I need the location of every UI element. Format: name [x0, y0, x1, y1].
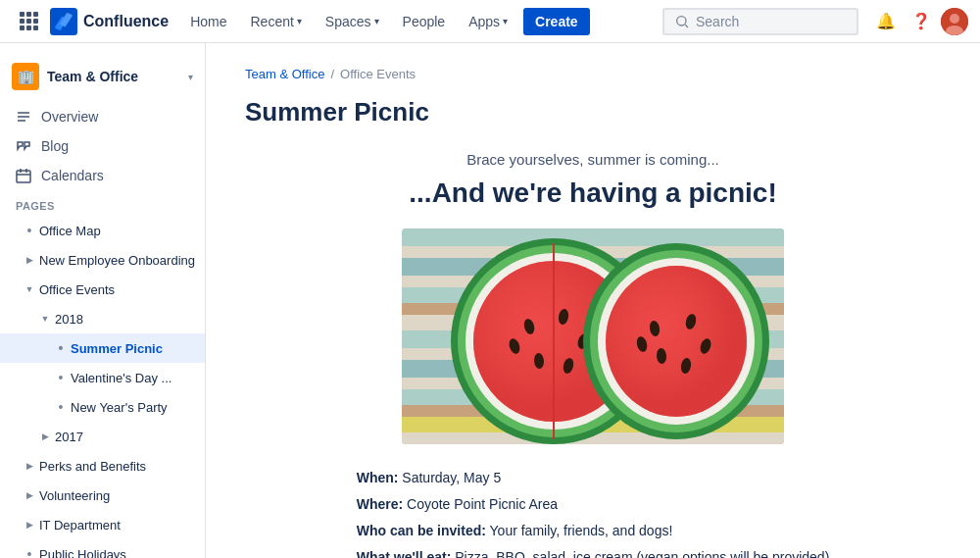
bullet-icon: • [51, 338, 71, 358]
page-label: Public Holidays [39, 547, 205, 559]
svg-rect-8 [17, 171, 30, 182]
where-label: Where: [357, 496, 403, 512]
search-icon [674, 14, 690, 29]
collapse-icon[interactable]: ▼ [35, 309, 55, 329]
collapse-icon[interactable]: ▼ [20, 279, 39, 299]
expand-icon[interactable]: ▶ [20, 250, 39, 270]
create-button[interactable]: Create [523, 8, 590, 35]
breadcrumb: Team & Office / Office Events [245, 67, 941, 81]
page-label: 2017 [55, 430, 205, 444]
notifications-button[interactable]: 🔔 [870, 6, 902, 37]
nav-spaces[interactable]: Spaces [316, 8, 389, 35]
space-icon: 🏢 [12, 63, 39, 90]
page-subtitle: Brace yourselves, summer is coming... [299, 151, 887, 168]
quote-icon [16, 138, 31, 154]
expand-icon[interactable]: ▶ [20, 515, 39, 534]
top-navigation: Confluence Home Recent Spaces People App… [0, 0, 980, 43]
bullet-icon: • [51, 368, 71, 387]
search-box[interactable]: Search [662, 8, 858, 35]
page-item-2017[interactable]: ▶ 2017 [0, 422, 205, 451]
list-icon [16, 109, 31, 125]
when-label: When: [357, 470, 399, 485]
breadcrumb-parent[interactable]: Team & Office [245, 67, 324, 81]
grid-menu-button[interactable] [12, 4, 46, 38]
page-label: New Year's Party [71, 400, 205, 415]
event-where: Where: Coyote Point Picnic Area [357, 494, 830, 515]
page-item-summer-picnic[interactable]: • Summer Picnic [0, 333, 205, 363]
sidebar-space-header[interactable]: 🏢 Team & Office ▾ [0, 55, 205, 102]
page-label: Summer Picnic [71, 341, 205, 356]
nav-recent[interactable]: Recent [240, 8, 311, 35]
page-item-volunteering[interactable]: ▶ Volunteering [0, 481, 205, 510]
who-value: Your family, friends, and dogs! [490, 523, 673, 538]
pages-section-label: PAGES [0, 190, 205, 216]
help-button[interactable]: ❓ [906, 6, 937, 37]
page-label: 2018 [55, 312, 205, 327]
nav-icon-group: 🔔 ❓ [870, 6, 968, 37]
page-item-perks[interactable]: ▶ Perks and Benefits [0, 451, 205, 481]
page-item-new-years[interactable]: • New Year's Party [0, 392, 205, 422]
page-heading: ...And we're having a picnic! [299, 178, 887, 209]
event-details: When: Saturday, May 5 Where: Coyote Poin… [357, 468, 830, 558]
confluence-logo[interactable]: Confluence [50, 8, 169, 35]
eat-value: Pizza, BBQ, salad, ice cream (vegan opti… [455, 549, 829, 558]
page-item-new-employee[interactable]: ▶ New Employee Onboarding [0, 245, 205, 275]
page-title: Summer Picnic [245, 97, 941, 127]
event-when: When: Saturday, May 5 [357, 468, 830, 488]
page-label: Office Events [39, 282, 205, 297]
watermelon-image [402, 228, 784, 444]
page-label: New Employee Onboarding [39, 253, 205, 268]
user-avatar[interactable] [941, 8, 968, 35]
svg-point-44 [606, 266, 747, 417]
sidebar-chevron-icon: ▾ [188, 72, 193, 82]
where-value: Coyote Point Picnic Area [407, 496, 558, 512]
main-content: Team & Office / Office Events Summer Pic… [206, 43, 980, 558]
sidebar-item-blog[interactable]: Blog [0, 131, 205, 161]
sidebar: 🏢 Team & Office ▾ Overview Blog Calendar… [0, 43, 206, 558]
content-body: Brace yourselves, summer is coming... ..… [299, 151, 887, 558]
expand-icon[interactable]: ▶ [20, 456, 39, 476]
page-item-office-map[interactable]: • Office Map [0, 216, 205, 245]
bullet-icon: • [51, 397, 71, 417]
page-label: Office Map [39, 224, 205, 238]
nav-people[interactable]: People [393, 8, 456, 35]
page-label: Perks and Benefits [39, 459, 205, 474]
breadcrumb-current: Office Events [340, 67, 416, 81]
event-who: Who can be invited: Your family, friends… [357, 521, 830, 541]
nav-home[interactable]: Home [180, 8, 236, 35]
logo-label: Confluence [83, 13, 169, 30]
page-item-2018[interactable]: ▼ 2018 [0, 304, 205, 333]
expand-icon[interactable]: ▶ [20, 485, 39, 505]
page-label: IT Department [39, 518, 205, 533]
when-value: Saturday, May 5 [402, 470, 501, 485]
who-label: Who can be invited: [357, 523, 486, 538]
blog-label: Blog [41, 138, 69, 154]
eat-label: What we'll eat: [357, 549, 452, 558]
page-label: Volunteering [39, 488, 205, 503]
space-name: Team & Office [47, 69, 138, 84]
breadcrumb-separator: / [330, 67, 334, 81]
search-placeholder: Search [696, 14, 739, 29]
overview-label: Overview [41, 109, 98, 125]
sidebar-item-overview[interactable]: Overview [0, 102, 205, 131]
svg-point-1 [677, 16, 686, 25]
page-label: Valentine's Day ... [71, 371, 205, 385]
calendars-label: Calendars [41, 168, 104, 183]
event-eat: What we'll eat: Pizza, BBQ, salad, ice c… [357, 547, 830, 558]
expand-icon[interactable]: ▶ [35, 427, 55, 446]
bullet-icon: • [20, 544, 39, 558]
page-item-valentines[interactable]: • Valentine's Day ... [0, 363, 205, 392]
nav-apps[interactable]: Apps [459, 8, 517, 35]
bullet-icon: • [20, 221, 39, 240]
page-item-it-department[interactable]: ▶ IT Department [0, 510, 205, 539]
page-item-public-holidays[interactable]: • Public Holidays [0, 539, 205, 558]
calendar-icon [16, 168, 31, 183]
main-layout: 🏢 Team & Office ▾ Overview Blog Calendar… [0, 43, 980, 558]
svg-point-3 [950, 14, 959, 24]
svg-rect-13 [402, 228, 784, 246]
page-item-office-events[interactable]: ▼ Office Events [0, 275, 205, 304]
sidebar-item-calendars[interactable]: Calendars [0, 161, 205, 190]
